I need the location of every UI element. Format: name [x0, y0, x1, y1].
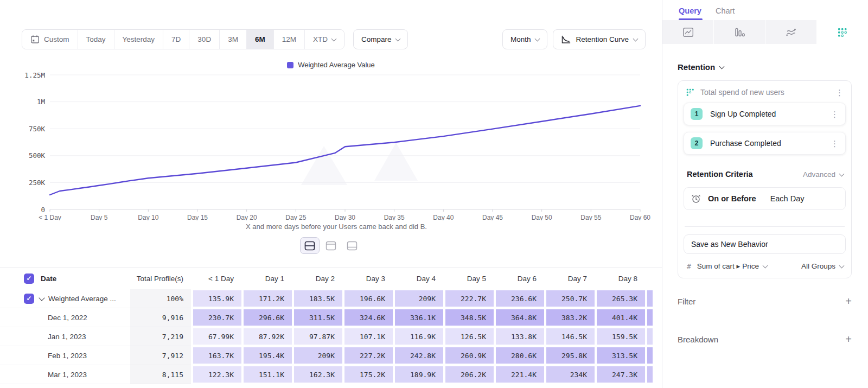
breakdown-section: Breakdown + — [678, 334, 852, 345]
row-label-cell: Jan 1, 2023 — [0, 327, 130, 346]
compare-button[interactable]: Compare — [353, 29, 409, 49]
y-tick-label: 250K — [29, 179, 46, 187]
y-tick-label: 1M — [37, 98, 45, 106]
col-header[interactable]: Day 4 — [393, 268, 443, 289]
retention-value-cell: 116.9K — [393, 327, 443, 346]
layout-split-view-button[interactable] — [300, 237, 320, 254]
save-as-new-behavior-button[interactable]: Save as New Behavior — [684, 234, 846, 254]
step-card-1[interactable]: 1 Sign Up Completed ⋮ — [684, 103, 846, 125]
x-tick-label: Day 50 — [532, 214, 552, 220]
row-label-cell: Mar 1, 2023 — [0, 365, 130, 384]
col-header[interactable]: Total Profile(s) — [130, 268, 191, 289]
date-range-3m[interactable]: 3M — [219, 30, 246, 49]
date-range-custom[interactable]: Custom — [22, 30, 78, 49]
retention-value-cell: 133.8K — [494, 327, 544, 346]
y-tick-label: 0 — [41, 206, 45, 214]
retention-value-cell: 195.4K — [241, 346, 292, 365]
retention-value-cell: 348.5K — [443, 308, 494, 327]
step-card-2[interactable]: 2 Purchase Completed ⋮ — [684, 132, 846, 155]
chart-area: 1.25M1M750K500K250K0< 1 DayDay 5Day 10Da… — [22, 71, 651, 220]
date-range-yesterday[interactable]: Yesterday — [114, 30, 163, 49]
granularity-button[interactable]: Month — [502, 29, 548, 49]
row-checkbox[interactable]: ✓ — [24, 294, 34, 304]
timing-window-dropdown[interactable]: Each Day — [770, 194, 805, 203]
retention-value-cell: 383.2K — [544, 308, 595, 327]
date-range-today[interactable]: Today — [78, 30, 114, 49]
retention-value-cell: 146.5K — [544, 327, 595, 346]
insights-icon — [682, 27, 694, 37]
retention-value-cell: 236.6K — [494, 289, 544, 308]
retention-criteria-label: Retention Criteria — [687, 170, 753, 179]
report-section-selector[interactable]: Retention — [678, 62, 852, 72]
behavior-title-row[interactable]: Total spend of new users ⋮ — [678, 81, 851, 103]
kebab-menu-icon[interactable]: ⋮ — [831, 110, 839, 118]
date-range-30d[interactable]: 30D — [189, 30, 219, 49]
compare-label: Compare — [361, 35, 392, 43]
groups-dropdown[interactable]: All Groups — [801, 262, 844, 270]
report-type-retention[interactable] — [816, 20, 868, 44]
main-area: CustomTodayYesterday7D30D3M6M12MXTD Comp… — [0, 0, 662, 388]
col-header[interactable]: Day 7 — [544, 268, 595, 289]
retention-value-cell: 209K — [393, 289, 443, 308]
x-tick-label: Day 35 — [384, 214, 405, 220]
report-type-insights[interactable] — [662, 20, 713, 44]
retention-value-cell: 401.4K — [595, 308, 645, 327]
col-header[interactable]: Day 6 — [494, 268, 544, 289]
add-filter-button[interactable]: + — [845, 296, 852, 307]
report-type-funnels[interactable] — [713, 20, 765, 44]
clipped-column-cell — [645, 346, 653, 365]
step-label: Sign Up Completed — [710, 110, 776, 118]
kebab-menu-icon[interactable]: ⋮ — [831, 139, 839, 148]
panel-tabs: Query Chart — [662, 0, 868, 20]
add-breakdown-button[interactable]: + — [845, 334, 852, 345]
date-range-12m[interactable]: 12M — [273, 30, 304, 49]
retention-value-cell: 151.1K — [241, 365, 292, 384]
chart-type-button[interactable]: Retention Curve — [553, 29, 646, 49]
col-header[interactable]: Day 1 — [241, 268, 292, 289]
date-range-7d[interactable]: 7D — [163, 30, 189, 49]
retention-value-cell: 159.5K — [595, 327, 645, 346]
total-profiles-cell: 7,912 — [130, 346, 191, 365]
kebab-menu-icon[interactable]: ⋮ — [835, 88, 844, 97]
metric-dropdown[interactable]: Sum of cart ▸ Price — [697, 262, 767, 270]
retention-value-cell: 324.6K — [342, 308, 393, 327]
timing-card: On or Before Each Day — [684, 187, 846, 210]
tab-query[interactable]: Query — [679, 7, 701, 20]
table-row: Jan 1, 20237,21967.99K87.92K97.87K107.1K… — [0, 327, 662, 346]
retention-value-cell: 107.1K — [342, 327, 393, 346]
col-header[interactable]: Day 8 — [595, 268, 645, 289]
col-header[interactable]: Day 5 — [443, 268, 494, 289]
section-title: Retention — [678, 62, 715, 72]
date-column-header[interactable]: ✓Date — [0, 268, 130, 289]
alarm-clock-icon — [691, 194, 701, 203]
col-header[interactable]: < 1 Day — [191, 268, 241, 289]
timing-operator-dropdown[interactable]: On or Before — [708, 194, 756, 203]
date-range-6m[interactable]: 6M — [246, 30, 273, 49]
query-panel: Query Chart — [662, 0, 868, 388]
col-header[interactable]: Day 3 — [342, 268, 393, 289]
chevron-down-icon — [719, 64, 725, 69]
date-range-xtd[interactable]: XTD — [304, 30, 344, 49]
criteria-mode-dropdown[interactable]: Advanced — [803, 170, 844, 179]
row-label: Weighted Average ... — [48, 295, 116, 303]
calendar-icon — [30, 35, 40, 44]
report-type-flows[interactable] — [765, 20, 816, 44]
retention-value-cell: 222.7K — [443, 289, 494, 308]
filter-section: Filter + — [678, 296, 852, 307]
retention-value-cell: 250.7K — [544, 289, 595, 308]
expand-chevron-icon[interactable] — [39, 295, 44, 301]
retention-value-cell: 336.1K — [393, 308, 443, 327]
step-number-badge: 2 — [691, 137, 703, 149]
col-header[interactable]: Day 2 — [292, 268, 342, 289]
row-checkbox[interactable]: ✓ — [24, 273, 34, 284]
retention-value-cell: 364.8K — [494, 308, 544, 327]
table-focus-icon — [347, 241, 358, 251]
layout-table-focus-button[interactable] — [342, 237, 362, 254]
x-tick-label: Day 10 — [138, 214, 158, 220]
layout-chart-focus-button[interactable] — [321, 237, 341, 254]
retention-value-cell: 97.87K — [292, 327, 342, 346]
layout-toggles — [0, 237, 662, 254]
chevron-down-icon — [633, 36, 639, 42]
chart-type-label: Retention Curve — [576, 35, 629, 43]
tab-chart[interactable]: Chart — [716, 7, 735, 20]
